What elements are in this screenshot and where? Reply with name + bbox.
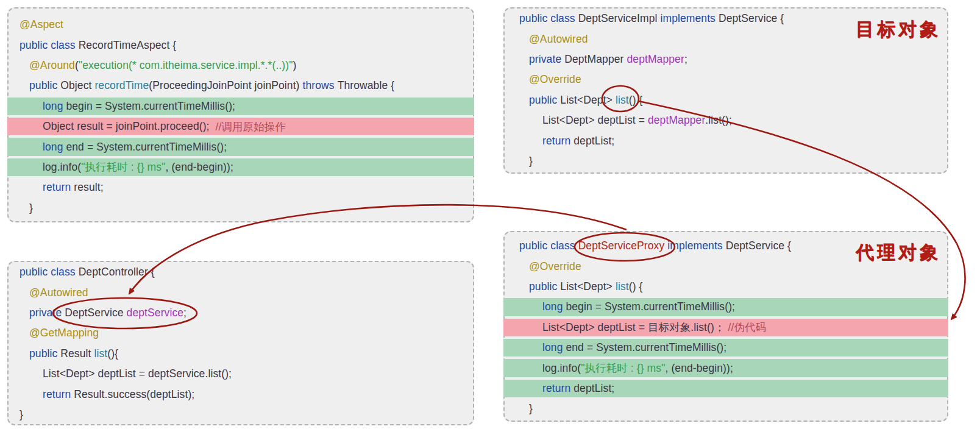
code-token-str: "执行耗时 : {} ms" [81,160,165,174]
code-token-plain: ) [293,59,297,72]
code-line: public Result list(){ [9,344,473,364]
code-token-kw: throws [303,79,338,92]
aspect-code-panel: @Aspectpublic class RecordTimeAspect {@A… [7,7,474,222]
code-token-plain: Throwable { [338,79,395,92]
code-line: return result; [9,177,473,197]
code-token-kw: return [542,135,573,147]
code-token-ann: @Autowired [29,286,88,299]
code-line: } [9,198,473,218]
code-token-plain: .list(); [705,114,732,127]
code-token-plain: (ProceedingJoinPoint joinPoint) [149,79,302,92]
code-line: @GetMapping [9,323,473,343]
code-line: @Autowired [9,282,473,302]
code-token-plain: begin = System.currentTimeMillis(); [66,100,235,113]
code-token-plain: end = System.currentTimeMillis(); [66,141,227,154]
code-token-kw: implements [660,12,718,25]
code-line: public class RecordTimeAspect { [9,35,473,55]
code-token-plain: begin = System.currentTimeMillis(); [566,300,735,313]
code-line: log.info("执行耗时 : {} ms", (end-begin)); [505,358,947,378]
code-token-method: list [616,94,629,107]
code-line: @Around("execution(* com.itheima.service… [9,55,473,76]
code-token-plain: deptList; [573,382,614,395]
code-line: long end = System.currentTimeMillis(); [505,338,947,358]
code-line: List<Dept> deptList = 目标对象.list()； //伪代码 [505,318,947,338]
code-token-ann: @Around [29,59,75,72]
code-token-kw: public class [519,240,578,252]
code-line: return Result.success(deptList); [9,384,473,404]
proxy-object-label: 代理对象 [856,240,941,265]
code-token-plain: , (end-begin)); [665,362,733,375]
code-line: List<Dept> deptList = deptMapper.list(); [505,110,947,130]
code-token-plain: log.info( [542,362,581,375]
code-token-plain: result; [74,181,103,194]
code-token-plain: (){ [107,347,118,360]
code-line: return deptList; [505,130,947,151]
code-token-kw: private [29,307,65,319]
code-token-plain: Result [60,347,94,360]
code-token-plain: List<Dept> deptList = [542,114,648,127]
code-token-plain: Object [60,79,94,92]
code-token-kw: public class [20,266,79,279]
code-token-plain: } [29,202,33,215]
code-token-kw: public class [519,12,578,25]
controller-code-panel: public class DeptController {@Autowiredp… [7,261,474,425]
code-token-kw: private [529,53,564,66]
code-token-kw: return [542,382,573,395]
code-token-kw: public class [20,39,79,52]
code-line: public class DeptController { [9,262,473,282]
code-token-kw: long [542,300,566,313]
code-token-ann: @Aspect [20,18,63,31]
code-token-kw: public [29,79,60,92]
code-token-plain: deptList; [573,135,614,147]
code-token-plain: } [529,155,533,168]
code-token-str: "execution(* com.itheima.service.impl.*.… [79,59,293,72]
code-token-plain: DeptService { [719,12,784,25]
code-line: public Object recordTime(ProceedingJoinP… [9,76,473,96]
code-token-plain: DeptService [65,307,126,319]
code-token-kw: public [29,347,60,360]
code-token-ann: @Autowired [529,33,588,46]
code-token-redname: DeptServiceProxy [578,240,668,252]
code-line: log.info("执行耗时 : {} ms", (end-begin)); [9,157,473,177]
code-token-plain: List<Dept> deptList = deptService.list()… [43,367,232,380]
code-line: @Override [505,69,947,90]
code-token-kw: implements [667,240,725,252]
code-token-plain: end = System.currentTimeMillis(); [566,341,726,354]
code-line: long begin = System.currentTimeMillis(); [9,96,473,116]
code-token-plain: () { [629,280,643,293]
code-line: private DeptService deptService; [9,303,473,323]
code-line: public List<Dept> list() { [505,90,947,110]
code-token-field: deptMapper [648,114,705,127]
code-token-plain: List<Dept> [560,94,616,107]
code-token-kw: long [43,100,66,113]
code-line: private DeptMapper deptMapper; [505,49,947,69]
code-line: return deptList; [505,378,947,399]
code-token-ann: @Override [529,73,581,86]
code-token-method: list [94,347,107,360]
code-token-plain: DeptController { [79,266,155,279]
code-token-plain: } [529,402,533,415]
code-token-plain: log.info( [43,161,81,174]
code-line: } [505,151,947,171]
code-line: public List<Dept> list() { [505,277,947,297]
code-line: long end = System.currentTimeMillis(); [9,137,473,157]
code-token-plain: List<Dept> deptList = 目标对象.list()； [542,320,728,335]
code-token-plain: DeptService { [726,240,791,252]
code-token-kw: return [43,388,74,401]
code-token-ann: @Override [529,260,581,273]
code-token-kw: public [529,94,560,107]
code-token-plain: RecordTimeAspect { [79,39,177,52]
code-token-plain: () { [629,94,643,107]
code-token-ann: @GetMapping [29,327,99,339]
code-token-kw: public [529,280,560,293]
code-token-plain: ; [183,307,186,319]
code-token-method: recordTime [94,79,149,92]
code-line: Object result = joinPoint.proceed(); //调… [9,116,473,137]
code-token-str: "执行耗时 : {} ms" [581,361,665,375]
code-token-method: list [616,280,629,293]
code-token-plain: DeptServiceImpl [578,12,661,25]
code-token-plain: ; [684,53,687,66]
code-line: long begin = System.currentTimeMillis(); [505,297,947,317]
target-object-label: 目标对象 [856,17,941,42]
code-token-plain: , (end-begin)); [165,161,233,174]
